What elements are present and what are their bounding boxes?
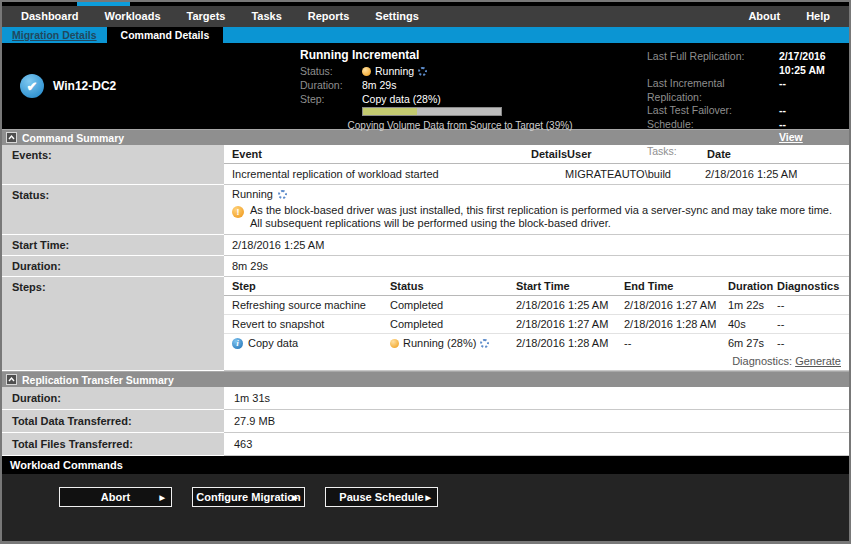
schedule-label: Schedule:: [647, 118, 779, 132]
start-time-content: 2/18/2016 1:25 AM: [224, 235, 849, 256]
workload-name: Win12-DC2: [53, 79, 116, 93]
arrow-right-icon: ▶: [293, 494, 298, 501]
replication-history-label: Replication History:: [647, 131, 779, 145]
steps-col-end: End Time: [624, 280, 728, 292]
workload-check-icon: ✔: [20, 74, 44, 98]
nav-item-about[interactable]: About: [735, 6, 793, 27]
replication-history-view-link[interactable]: View: [779, 131, 845, 145]
last-full-replication-label: Last Full Replication:: [647, 50, 779, 77]
command-title: Running Incremental: [300, 48, 620, 62]
last-incremental-replication-value: --: [779, 77, 845, 104]
status-value: Running: [375, 64, 414, 78]
step-end: 2/18/2016 1:27 AM: [624, 299, 728, 311]
abort-button[interactable]: Abort ▶: [59, 487, 172, 507]
status-row-label: Status:: [2, 185, 224, 235]
arrow-right-icon: ▶: [426, 494, 431, 501]
pause-schedule-button[interactable]: Pause Schedule ▶: [325, 487, 438, 507]
steps-col-start: Start Time: [516, 280, 624, 292]
steps-col-duration: Duration: [728, 280, 777, 292]
step-start: 2/18/2016 1:27 AM: [516, 318, 624, 330]
last-incremental-replication-label: Last Incremental Replication:: [647, 77, 779, 104]
status-content: Running ! As the block-based driver was …: [224, 185, 849, 235]
command-button-area: Abort ▶ Configure Migration ▶ Pause Sche…: [2, 474, 849, 541]
spinner-icon: [480, 339, 489, 348]
nav-item-settings[interactable]: Settings: [362, 6, 431, 27]
spinner-icon: [418, 67, 427, 76]
diagnostics-label: Diagnostics:: [732, 355, 792, 367]
transfer-summary-header[interactable]: Replication Transfer Summary: [2, 371, 849, 387]
tasks-label: Tasks:: [647, 145, 779, 159]
step-start: 2/18/2016 1:28 AM: [516, 337, 624, 349]
last-test-failover-value: --: [779, 104, 845, 118]
app-window: Dashboard Workloads Targets Tasks Report…: [0, 0, 851, 544]
status-orange-dot-icon: [362, 67, 371, 76]
event-details: [531, 168, 565, 180]
replication-info-panel: Last Full Replication: 2/17/2016 10:25 A…: [647, 50, 845, 158]
events-row-label: Events:: [2, 145, 224, 185]
last-full-replication-value: 2/17/2016 10:25 AM: [779, 50, 845, 77]
nav-item-dashboard[interactable]: Dashboard: [8, 6, 91, 27]
step-row: Revert to snapshot Completed 2/18/2016 1…: [224, 315, 849, 334]
status-orange-dot-icon: [390, 339, 399, 348]
step-status: Completed: [390, 299, 516, 311]
tab-command-details[interactable]: Command Details: [107, 27, 224, 43]
steps-row-label: Steps:: [2, 277, 224, 371]
command-status-panel: Running Incremental Status: Running Dura…: [300, 48, 620, 131]
step-label: Step:: [300, 92, 362, 106]
step-status: Running (28%): [390, 337, 516, 349]
transfer-duration-label: Duration:: [2, 387, 224, 410]
collapse-icon[interactable]: [6, 374, 17, 385]
last-test-failover-label: Last Test Failover:: [647, 104, 779, 118]
event-name: Incremental replication of workload star…: [224, 168, 531, 180]
step-name: Refreshing source machine: [224, 299, 390, 311]
nav-item-targets[interactable]: Targets: [174, 6, 239, 27]
tab-migration-details[interactable]: Migration Details: [2, 27, 107, 43]
event-user: MIGRATEAUTO\build: [565, 168, 705, 180]
start-time-value: 2/18/2016 1:25 AM: [224, 235, 849, 255]
steps-col-status: Status: [390, 280, 516, 292]
workload-commands-header: Workload Commands: [2, 456, 849, 474]
workload-commands-title: Workload Commands: [10, 459, 123, 471]
generate-diagnostics-link[interactable]: Generate: [795, 355, 841, 367]
step-row: i Copy data Running (28%) 2/18/2016 1:28…: [224, 334, 849, 352]
step-row: Refreshing source machine Completed 2/18…: [224, 296, 849, 315]
workload-identity: ✔ Win12-DC2: [20, 74, 116, 98]
configure-migration-button[interactable]: Configure Migration ▶: [192, 487, 305, 507]
top-strip: [2, 2, 849, 6]
step-diagnostics: --: [777, 299, 849, 311]
step-duration: 6m 27s: [728, 337, 777, 349]
total-files-transferred-value: 463: [224, 433, 849, 456]
command-summary-title: Command Summary: [22, 132, 124, 144]
diagnostics-line: Diagnostics: Generate: [224, 352, 849, 370]
nav-item-reports[interactable]: Reports: [295, 6, 363, 27]
step-diagnostics: --: [777, 337, 849, 349]
step-progress-bar: [362, 107, 502, 116]
status-message: As the block-based driver was just insta…: [250, 204, 839, 230]
step-start: 2/18/2016 1:25 AM: [516, 299, 624, 311]
progress-caption: Copying Volume Data from Source to Targe…: [300, 120, 620, 131]
step-value: Copy data (28%): [362, 92, 441, 106]
events-col-details: Details: [531, 148, 567, 160]
info-icon: i: [232, 338, 243, 349]
warning-icon: !: [232, 206, 244, 218]
nav-item-workloads[interactable]: Workloads: [91, 6, 173, 27]
step-diagnostics: --: [777, 318, 849, 330]
duration-content: 8m 29s: [224, 256, 849, 277]
event-row: Incremental replication of workload star…: [224, 164, 849, 184]
nav-item-tasks[interactable]: Tasks: [238, 6, 294, 27]
step-duration: 1m 22s: [728, 299, 777, 311]
duration-value: 8m 29s: [362, 78, 396, 92]
command-duration-value: 8m 29s: [224, 256, 849, 276]
total-data-transferred-label: Total Data Transferred:: [2, 410, 224, 433]
step-name: i Copy data: [224, 337, 390, 349]
steps-col-step: Step: [224, 280, 390, 292]
main-nav: Dashboard Workloads Targets Tasks Report…: [2, 6, 849, 27]
step-duration: 40s: [728, 318, 777, 330]
command-status-value: Running: [232, 188, 273, 200]
nav-item-help[interactable]: Help: [793, 6, 843, 27]
collapse-icon[interactable]: [6, 132, 17, 143]
schedule-value: --: [779, 118, 845, 132]
status-label: Status:: [300, 64, 362, 78]
transfer-duration-value: 1m 31s: [224, 387, 849, 410]
steps-col-diagnostics: Diagnostics: [777, 280, 849, 292]
